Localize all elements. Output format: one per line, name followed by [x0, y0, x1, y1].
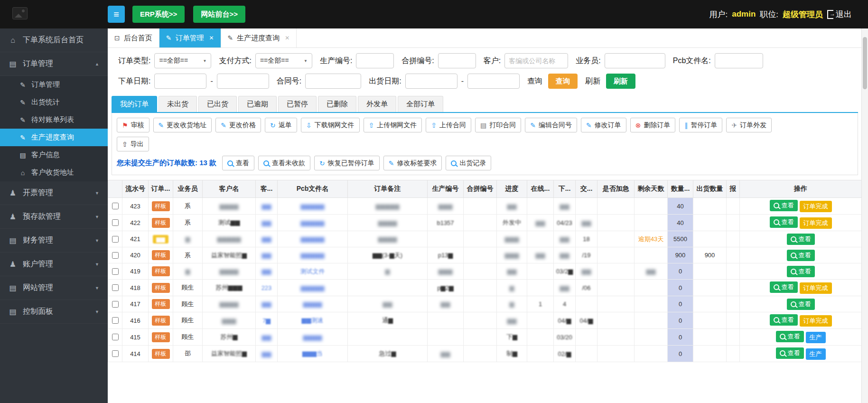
sidebar-item-control-panel[interactable]: ▤控制面板▼ — [0, 300, 108, 324]
outsource-order-button[interactable]: ✈订单外发 — [726, 118, 772, 132]
order-complete-button[interactable]: 订单完成 — [800, 282, 832, 294]
view-button[interactable]: 查看 — [222, 156, 254, 170]
sidebar-item-prepaid-management[interactable]: ♟预存款管理▼ — [0, 205, 108, 229]
menu-toggle-button[interactable]: ≡ — [108, 6, 125, 23]
refresh-button[interactable]: 刷新 — [606, 74, 635, 89]
row-checkbox[interactable] — [112, 334, 119, 340]
sidebar-subitem-order-management[interactable]: ✎订单管理 — [0, 76, 108, 94]
subtab-paused[interactable]: 已暂停 — [278, 96, 317, 112]
sidebar-subitem-customer-info[interactable]: ▤客户信息 — [0, 146, 108, 164]
tab-backend-home[interactable]: ⊡后台首页 — [108, 28, 159, 47]
customer-input[interactable] — [504, 53, 568, 68]
cell-customer-code[interactable]: ▆▆ — [256, 263, 278, 280]
row-checkbox[interactable] — [112, 252, 119, 259]
view-order-button[interactable]: 查看 — [770, 281, 798, 293]
site-front-button[interactable]: 网站前台>> — [193, 6, 245, 23]
sidebar-item-account-management[interactable]: ♟账户管理▼ — [0, 253, 108, 276]
print-contract-button[interactable]: ▤打印合同 — [475, 118, 521, 132]
cell-pcb-filename[interactable]: ▆▆测速 — [278, 312, 348, 329]
order-date-from-input[interactable] — [154, 74, 206, 89]
subtab-not-shipped[interactable]: 未出货 — [159, 96, 197, 112]
row-checkbox[interactable] — [112, 219, 119, 226]
logout-button[interactable]: 退出 — [827, 9, 852, 20]
cell-pcb-filename[interactable]: ▆▆▆▆▆ — [278, 231, 348, 247]
view-order-button[interactable]: 查看 — [787, 299, 815, 310]
shipping-record-button[interactable]: 出货记录 — [446, 156, 491, 170]
row-checkbox[interactable] — [112, 268, 119, 275]
scrollbar-thumb[interactable] — [863, 37, 867, 89]
production-button[interactable]: 生产 — [806, 332, 826, 343]
sidebar-subitem-production-progress[interactable]: ✎生产进度查询 — [0, 129, 108, 146]
cell-customer-code[interactable]: ▆▆ — [256, 198, 278, 215]
cell-pcb-filename[interactable]: ▆▆▆▆▆ — [278, 215, 348, 231]
restore-paused-button[interactable]: ↻恢复已暂停订单 — [314, 156, 380, 170]
view-unpaid-button[interactable]: 查看未收款 — [258, 156, 310, 170]
sidebar-item-finance-management[interactable]: ▤财务管理▼ — [0, 229, 108, 253]
row-checkbox[interactable] — [112, 284, 119, 291]
order-complete-button[interactable]: 订单完成 — [800, 217, 832, 229]
pcb-filename-input[interactable] — [715, 53, 763, 68]
close-icon[interactable]: ✕ — [285, 35, 289, 41]
upload-stencil-button[interactable]: ⇧上传钢网文件 — [364, 118, 422, 132]
row-checkbox[interactable] — [112, 317, 119, 324]
cell-customer-code[interactable]: ▆▆ — [256, 247, 278, 263]
sidebar-subitem-customer-address[interactable]: ⌂客户收货地址 — [0, 164, 108, 181]
sidebar-item-home[interactable]: ⌂下单系统后台首页 — [0, 28, 108, 52]
merge-no-input[interactable] — [438, 53, 476, 68]
edit-contract-no-button[interactable]: ✎编辑合同号 — [525, 118, 577, 132]
cell-pcb-filename[interactable]: ▆▆▆▆▆ — [278, 280, 348, 296]
subtab-all-orders[interactable]: 全部订单 — [398, 96, 443, 112]
view-order-button[interactable]: 查看 — [770, 216, 798, 228]
row-checkbox[interactable] — [112, 236, 119, 243]
contract-no-input[interactable] — [305, 74, 361, 89]
order-complete-button[interactable]: 订单完成 — [800, 315, 832, 327]
salesman-input[interactable] — [605, 53, 665, 68]
cell-pcb-filename[interactable]: ▆▆▆当 — [278, 346, 348, 362]
subtab-shipped[interactable]: 已出货 — [198, 96, 237, 112]
sidebar-subitem-reconciliation-list[interactable]: ✎待对账单列表 — [0, 111, 108, 129]
view-order-button[interactable]: 查看 — [776, 331, 804, 342]
view-order-button[interactable]: 查看 — [770, 314, 798, 326]
view-order-button[interactable]: 查看 — [787, 234, 815, 245]
order-date-to-input[interactable] — [217, 74, 269, 89]
change-price-button[interactable]: ✎更改价格 — [215, 118, 261, 132]
cell-pcb-filename[interactable]: ▆▆▆▆ — [278, 329, 348, 346]
view-order-button[interactable]: 查看 — [787, 250, 815, 261]
subtab-outsourced[interactable]: 外发单 — [358, 96, 396, 112]
close-icon[interactable]: ✕ — [209, 35, 214, 41]
search-button[interactable]: 查询 — [548, 74, 578, 89]
production-button[interactable]: 生产 — [806, 348, 826, 360]
cell-pcb-filename[interactable]: ▆▆▆▆▆ — [278, 247, 348, 263]
pause-order-button[interactable]: ∥暂停订单 — [679, 118, 722, 132]
view-order-button[interactable]: 查看 — [787, 266, 815, 277]
order-complete-button[interactable]: 订单完成 — [800, 201, 832, 212]
sidebar-item-website-management[interactable]: ▤网站管理▼ — [0, 276, 108, 300]
erp-system-button[interactable]: ERP系统>> — [132, 6, 185, 23]
vertical-scrollbar[interactable] — [861, 28, 868, 403]
upload-contract-button[interactable]: ⇧上传合同 — [426, 118, 471, 132]
export-button[interactable]: ⇧导出 — [117, 137, 149, 151]
reorder-button[interactable]: ↻返单 — [265, 118, 297, 132]
subtab-my-orders[interactable]: 我的订单 — [112, 96, 157, 112]
cell-pcb-filename[interactable]: 测试文件 — [278, 263, 348, 280]
ship-date-to-input[interactable] — [467, 74, 520, 89]
cell-customer-code[interactable]: 7▆ — [256, 312, 278, 329]
subtab-deleted[interactable]: 已删除 — [318, 96, 356, 112]
pay-method-select[interactable]: ==全部==▼ — [255, 53, 312, 68]
modify-label-button[interactable]: ✎修改标签要求 — [383, 156, 442, 170]
subtab-overdue[interactable]: 已逾期 — [238, 96, 277, 112]
cell-customer-code[interactable]: ▆▆ — [256, 346, 278, 362]
modify-order-button[interactable]: ✎修改订单 — [581, 118, 626, 132]
tab-production-progress[interactable]: ✎生产进度查询✕ — [221, 28, 297, 47]
delete-order-button[interactable]: ⊗删除订单 — [630, 118, 676, 132]
production-no-input[interactable] — [356, 53, 394, 68]
cell-customer-code[interactable]: ▆▆ — [256, 296, 278, 312]
row-checkbox[interactable] — [112, 203, 119, 209]
cell-pcb-filename[interactable]: ▆▆▆▆ — [278, 296, 348, 312]
row-checkbox[interactable] — [112, 350, 119, 357]
order-type-select[interactable]: ==全部==▼ — [154, 53, 211, 68]
view-order-button[interactable]: 查看 — [776, 347, 804, 359]
sidebar-item-invoice-management[interactable]: ♟开票管理▼ — [0, 181, 108, 205]
sidebar-subitem-shipping-stats[interactable]: ✎出货统计 — [0, 94, 108, 111]
change-address-button[interactable]: ✎更改收货地址 — [153, 118, 212, 132]
